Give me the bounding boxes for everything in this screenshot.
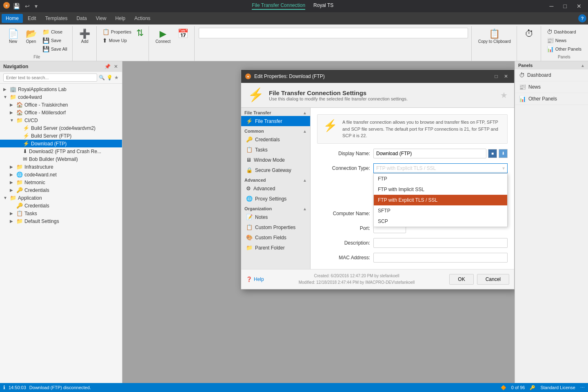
mac-address-input[interactable] [373, 253, 508, 263]
dialog-close-button[interactable]: ✕ [502, 72, 510, 80]
dropdown-option[interactable]: FTP with Explicit TLS / SSL [374, 195, 507, 205]
restore-button[interactable]: □ [560, 2, 570, 10]
ribbon-group-edit: 📋 Properties ⬆ Move Up ⇅ [98, 26, 149, 61]
help-icon-button[interactable]: ? [578, 14, 586, 22]
close-button[interactable]: 📁 Close [41, 28, 69, 36]
move-up-button[interactable]: ⬆ Move Up [101, 36, 133, 45]
quick-save-button[interactable]: 💾 [11, 2, 22, 10]
bulb-icon-button[interactable]: 💡 [107, 75, 113, 80]
dropdown-option[interactable]: SCP [374, 216, 507, 227]
tree-item[interactable]: ▼ 📁 CI/CD [0, 116, 122, 124]
connection-options-button[interactable]: 📅 [175, 28, 191, 40]
dashboard-button[interactable]: ⏱ Dashboard [545, 28, 583, 36]
open-button[interactable]: 📂 Open [23, 28, 39, 45]
menu-help[interactable]: Help [111, 14, 130, 23]
menu-templates[interactable]: Templates [41, 14, 72, 23]
panels-chevron-button[interactable]: ▲ [581, 63, 585, 68]
copy-clipboard-button[interactable]: 📋 Copy to Clipboard [476, 28, 513, 45]
sidebar-item[interactable]: 🌐Proxy Settings [241, 194, 310, 204]
nav-close-button[interactable]: ✕ [113, 63, 119, 70]
ribbon-search-bar[interactable] [199, 28, 468, 38]
menu-edit[interactable]: Edit [24, 14, 40, 23]
news-button[interactable]: 📰 News [545, 36, 583, 45]
menu-home[interactable]: Home [2, 14, 23, 23]
sidebar-section-header: Organization▲ [241, 204, 310, 212]
display-name-template-button[interactable]: ⬇ [499, 149, 508, 158]
tree-item[interactable]: ⬇ Download2 (FTP and Crash Re... [0, 147, 122, 155]
tree-item-icon: ✉ [23, 156, 27, 162]
dropdown-option[interactable]: FTP [374, 174, 507, 184]
sidebar-item[interactable]: 🎨Custom Fields [241, 232, 310, 243]
section-collapse-button[interactable]: ▲ [303, 111, 307, 115]
section-collapse-button[interactable]: ▲ [303, 129, 307, 134]
display-name-input[interactable] [373, 149, 486, 158]
ok-button[interactable]: OK [449, 274, 473, 285]
tree-item[interactable]: ▶ 🏠 Office - Traiskirchen [0, 101, 122, 109]
section-collapse-button[interactable]: ▲ [303, 178, 307, 183]
right-panel-item[interactable]: 📰News [515, 81, 588, 93]
dropdown-option[interactable]: SFTP [374, 205, 507, 216]
new-icon: 📄 [8, 29, 19, 38]
dropdown-option[interactable]: FTP with Implicit SSL [374, 184, 507, 195]
right-panel-item[interactable]: ⏱Dashboard [515, 69, 588, 81]
edit-properties-dialog: ● Edit Properties: Download (FTP) □ ✕ ⚡ … [241, 69, 515, 290]
menu-view[interactable]: View [92, 14, 111, 23]
tree-item-icon: 📁 [16, 164, 23, 170]
menu-data[interactable]: Data [72, 14, 91, 23]
quick-dropdown-button[interactable]: ▾ [33, 2, 39, 10]
help-link[interactable]: ❓ Help [246, 276, 264, 282]
tree-item[interactable]: ▶ 📁 Default Settings [0, 217, 122, 225]
tree-item[interactable]: ▶ 📁 Infrastructure [0, 163, 122, 171]
sidebar-item[interactable]: ⚡File Transfer [241, 116, 310, 126]
sidebar-item[interactable]: ⚙Advanced [241, 183, 310, 194]
tree-item[interactable]: ⚡ Build Server (FTP) [0, 132, 122, 140]
new-button[interactable]: 📄 New [5, 28, 21, 45]
connection-type-select[interactable]: FTP with Explicit TLS / SSL ▾ [373, 163, 508, 173]
tree-item-icon: ⬇ [23, 148, 27, 154]
other-panels-button[interactable]: 📊 Other Panels [545, 45, 583, 53]
connect-button[interactable]: ▶ Connect [153, 28, 173, 45]
save-all-button[interactable]: 💾 Save All [41, 45, 69, 53]
sidebar-item[interactable]: 📋Custom Properties [241, 222, 310, 232]
properties-button[interactable]: 📋 Properties [101, 28, 133, 36]
tree-item[interactable]: ⚡ Build Server (code4wardvm2) [0, 124, 122, 132]
tree-item[interactable]: ▶ 📁 Netmonic [0, 178, 122, 186]
star-icon-button[interactable]: ★ [114, 75, 119, 80]
sidebar-item[interactable]: 🔒Secure Gateway [241, 165, 310, 175]
right-panel-item[interactable]: 📊Other Panels [515, 93, 588, 105]
tree-item[interactable]: ▶ 🏠 Office - Möllersdorf [0, 109, 122, 116]
sidebar-item[interactable]: 📁Parent Folder [241, 243, 310, 253]
save-button[interactable]: 💾 Save [41, 36, 69, 45]
sidebar-item[interactable]: 🔑Credentials [241, 134, 310, 145]
tree-item[interactable]: ▶ 🌐 code4ward.net [0, 171, 122, 178]
tree-item[interactable]: ✉ Bob Builder (Webmail) [0, 155, 122, 163]
search-icon-button[interactable]: 🔍 [99, 75, 105, 80]
minimize-button[interactable]: ─ [546, 2, 557, 10]
search-input[interactable] [3, 74, 97, 82]
sidebar-section-label: Organization [244, 206, 272, 211]
cancel-button[interactable]: Cancel [477, 274, 509, 285]
tree-item[interactable]: ▼ 📁 code4ward [0, 93, 122, 101]
tree-item[interactable]: ▶ 📋 Tasks [0, 209, 122, 217]
nav-pin-button[interactable]: 📌 [104, 63, 111, 70]
add-button[interactable]: ➕ Add [77, 28, 93, 45]
sidebar-item[interactable]: 📋Tasks [241, 145, 310, 155]
section-collapse-button[interactable]: ▲ [303, 207, 307, 211]
close-button[interactable]: ✕ [573, 2, 585, 10]
tree-item[interactable]: ▼ 📁 Application [0, 194, 122, 202]
sidebar-item-icon: ⚙ [246, 185, 251, 192]
quick-undo-button[interactable]: ↩ [23, 2, 31, 10]
tree-item[interactable]: 🔑 Credentials [0, 202, 122, 209]
tree-item[interactable]: ▶ 🔑 Credentials [0, 186, 122, 194]
menu-actions[interactable]: Actions [130, 14, 154, 23]
tree-item[interactable]: ⚡ Download (FTP) [0, 140, 122, 147]
tree-item-icon: 📁 [16, 179, 23, 185]
dialog-restore-button[interactable]: □ [492, 72, 500, 80]
tree-item[interactable]: ▶ 🏢 RoyalApplications Lab [0, 85, 122, 93]
timer-button[interactable]: ⏱ [521, 28, 537, 40]
description-input[interactable] [373, 238, 508, 248]
sidebar-item[interactable]: 📝Notes [241, 212, 310, 222]
favorite-button[interactable]: ★ [500, 90, 508, 100]
sidebar-item[interactable]: 🖥Window Mode [241, 155, 310, 165]
display-name-color-button[interactable]: ■ [488, 149, 497, 158]
